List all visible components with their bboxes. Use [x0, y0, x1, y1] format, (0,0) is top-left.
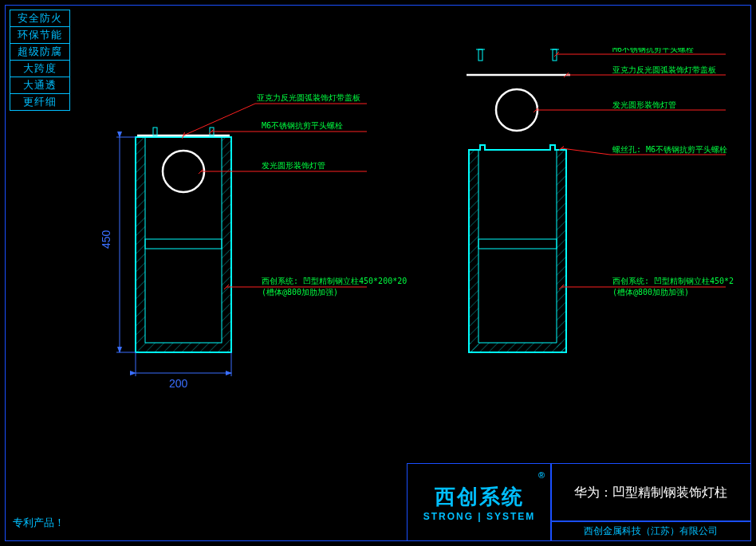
svg-rect-21 [553, 49, 557, 61]
svg-rect-6 [153, 128, 157, 136]
feature-tags: 安全防火 环保节能 超级防腐 大跨度 大通透 更纤细 [10, 10, 70, 110]
brand-name: 西创系统 [435, 483, 524, 511]
tag-item: 更纤细 [10, 93, 70, 111]
patent-note: 专利产品！ [13, 516, 65, 530]
callout-r5: 西创系统: 凹型精制钢立柱450*200*20 (槽体@800加肋加强) [561, 277, 734, 297]
logo-cell: ® 西创系统 STRONG | SYSTEM [407, 463, 552, 541]
tag-item: 大跨度 [10, 60, 70, 77]
cad-drawing: 450 200 亚克力反光圆弧装饰灯带盖板 M6不锈钢抗剪平头螺栓 发光圆形装饰… [80, 48, 734, 462]
svg-point-8 [163, 151, 204, 192]
tag-item: 安全防火 [10, 10, 70, 27]
dim-width-value: 200 [169, 377, 188, 390]
callout-l2: M6不锈钢抗剪平头螺栓 [211, 121, 367, 132]
svg-text:(槽体@800加肋加强): (槽体@800加肋加强) [612, 288, 689, 297]
svg-text:发光圆形装饰灯管: 发光圆形装饰灯管 [262, 161, 325, 170]
left-section [136, 128, 231, 352]
dim-height-value: 450 [100, 230, 112, 249]
reg-mark: ® [538, 470, 545, 480]
title-block: ® 西创系统 STRONG | SYSTEM 华为：凹型精制钢装饰灯柱 西创金属… [407, 463, 751, 541]
callout-r1: M6不锈钢抗剪平头螺栓 [557, 48, 726, 54]
right-section [467, 49, 570, 352]
svg-text:西创系统: 凹型精制钢立柱450*200*20: 西创系统: 凹型精制钢立柱450*200*20 [262, 277, 407, 285]
svg-rect-3 [145, 137, 222, 343]
callout-r4: 螺丝孔: M6不锈钢抗剪平头螺栓 [561, 145, 727, 155]
tag-item: 超级防腐 [10, 43, 70, 61]
svg-text:(槽体@800加肋加强): (槽体@800加肋加强) [262, 288, 338, 297]
tag-item: 大通透 [10, 77, 70, 94]
brand-sub: STRONG | SYSTEM [423, 511, 536, 522]
svg-rect-20 [478, 49, 482, 61]
svg-rect-2 [136, 137, 231, 352]
svg-text:螺丝孔: M6不锈钢抗剪平头螺栓: 螺丝孔: M6不锈钢抗剪平头螺栓 [612, 145, 727, 154]
svg-text:西创系统: 凹型精制钢立柱450*200*20: 西创系统: 凹型精制钢立柱450*200*20 [612, 277, 734, 285]
dim-width: 200 [136, 352, 231, 390]
svg-rect-4 [145, 239, 222, 249]
svg-text:发光圆形装饰灯管: 发光圆形装饰灯管 [612, 100, 676, 109]
svg-text:亚克力反光圆弧装饰灯带盖板: 亚克力反光圆弧装饰灯带盖板 [612, 65, 716, 74]
drawing-title: 华为：凹型精制钢装饰灯柱 [550, 463, 751, 522]
svg-text:M6不锈钢抗剪平头螺栓: M6不锈钢抗剪平头螺栓 [262, 121, 343, 130]
callout-r3: 发光圆形装饰灯管 [536, 100, 726, 110]
tag-item: 环保节能 [10, 26, 70, 44]
svg-rect-26 [478, 239, 557, 249]
svg-text:M6不锈钢抗剪平头螺栓: M6不锈钢抗剪平头螺栓 [612, 48, 694, 53]
svg-point-25 [496, 89, 537, 131]
dim-height: 450 [100, 137, 136, 352]
svg-text:亚克力反光圆弧装饰灯带盖板: 亚克力反光圆弧装饰灯带盖板 [257, 93, 360, 102]
callout-r2: 亚克力反光圆弧装饰灯带盖板 [566, 65, 726, 75]
company-name: 西创金属科技（江苏）有限公司 [550, 520, 751, 541]
callout-l4: 西创系统: 凹型精制钢立柱450*200*20 (槽体@800加肋加强) [226, 277, 407, 297]
